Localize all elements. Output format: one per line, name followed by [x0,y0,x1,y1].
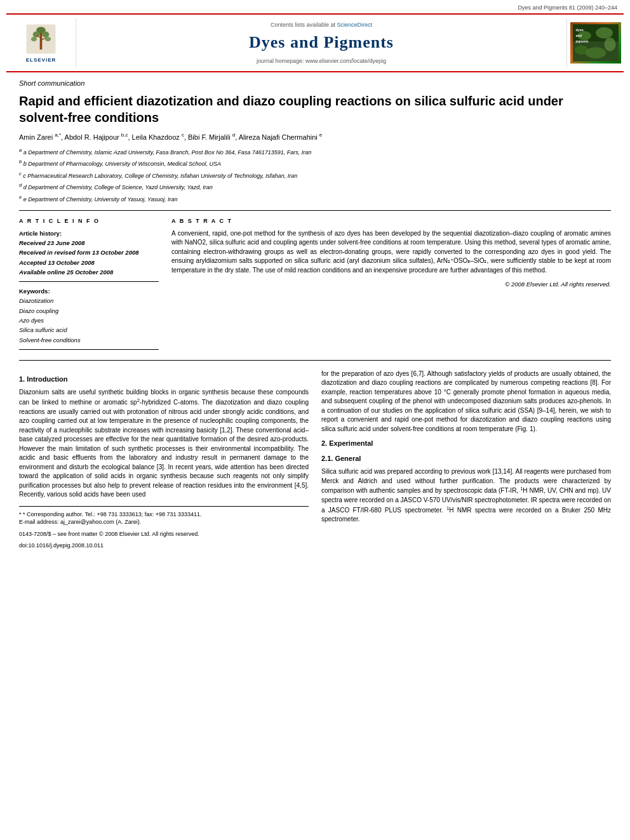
history-label: Article history: [19,229,159,237]
svg-point-13 [604,37,615,51]
intro-col: 1. Introduction Diazonium salts are usef… [19,370,309,550]
journal-homepage: journal homepage: www.elsevier.com/locat… [257,57,386,65]
affiliations: a a Department of Chemistry, Islamic Aza… [19,147,611,204]
received-date: Received 23 June 2008 [19,239,159,247]
article-info-col: A R T I C L E I N F O Article history: R… [19,217,159,355]
intro-heading: 1. Introduction [19,375,309,384]
abstract-heading: A B S T R A C T [171,217,611,225]
article-type: Short communication [19,79,611,88]
authors-line: Amin Zarei a,*, Abdol R. Hajipour b,c, L… [19,132,611,143]
svg-point-3 [42,32,49,37]
abstract-col: A B S T R A C T A convenient, rapid, one… [171,217,611,355]
dyes-pigments-logo: dyes and pigments [570,22,621,63]
page: Dyes and Pigments 81 (2009) 240–244 [0,0,630,840]
keywords-section: Keywords: Diazotization Diazo coupling A… [19,287,159,344]
svg-rect-6 [40,34,43,50]
svg-point-15 [585,47,605,58]
svg-point-12 [596,27,613,39]
affiliation-d: d d Department of Chemistry, College of … [19,182,611,192]
main-divider [19,360,611,361]
journal-center: Contents lists available at ScienceDirec… [76,18,566,68]
authors-text: Amin Zarei a,*, Abdol R. Hajipour b,c, L… [19,133,322,141]
copyright-footer: 0143-7208/$ – see front matter © 2008 El… [19,530,309,538]
divider-bottom-left [19,349,159,350]
divider-keywords [19,281,159,282]
experimental-heading: 2. Experimental [321,439,611,448]
affiliation-e: e e Department of Chemistry, University … [19,194,611,204]
doi-footer: doi:10.1016/j.dyepig.2008.10.011 [19,542,309,550]
article-info-heading: A R T I C L E I N F O [19,217,159,225]
abstract-text: A convenient, rapid, one-pot method for … [171,229,611,276]
accepted-date: Accepted 13 October 2008 [19,258,159,267]
affiliation-c: c c Pharmaceutical Research Laboratory, … [19,170,611,181]
abstract-copyright: © 2008 Elsevier Ltd. All rights reserved… [171,280,611,288]
sciencedirect-link[interactable]: ScienceDirect [337,22,373,28]
footnote-corresponding: * * Corresponding author. Tel.: +98 731 … [19,510,309,519]
affiliation-b: b b Department of Pharmacology, Universi… [19,158,611,169]
journal-ref: Dyes and Pigments 81 (2009) 240–244 [518,4,617,12]
keywords-label: Keywords: [19,287,159,295]
svg-text:pigments: pigments [575,40,588,43]
footnote-email: E-mail address: aj_zarei@yahoo.com (A. Z… [19,518,309,526]
intro-continuation: for the preparation of azo dyes [6,7]. A… [321,370,611,434]
article-history: Article history: Received 23 June 2008 R… [19,229,159,276]
elsevier-logo-container: ELSEVIER [6,18,76,68]
svg-text:dyes: dyes [575,28,583,32]
svg-point-4 [31,37,37,41]
elsevier-logo: ELSEVIER [23,22,58,63]
keyword-4: Silica sulfuric acid [19,326,159,334]
svg-text:and: and [575,34,582,37]
keyword-3: Azo dyes [19,316,159,324]
divider-1 [19,210,611,211]
general-text: Silica sulfuric acid was prepared accord… [321,467,611,524]
journal-ref-line: Dyes and Pigments 81 (2009) 240–244 [0,0,630,13]
available-date: Available online 25 October 2008 [19,268,159,276]
keyword-5: Solvent-free conditions [19,336,159,344]
general-heading: 2.1. General [321,454,611,463]
experimental-col: for the preparation of azo dyes [6,7]. A… [321,370,611,550]
journal-title: Dyes and Pigments [249,31,394,54]
journal-header: ELSEVIER Contents lists available at Sci… [6,13,624,73]
article-info-abstract: A R T I C L E I N F O Article history: R… [19,217,611,355]
intro-paragraph: Diazonium salts are useful synthetic bui… [19,388,309,499]
elsevier-tree-icon [23,22,58,57]
article-body: Short communication Rapid and efficient … [0,72,630,556]
elsevier-text: ELSEVIER [26,57,57,63]
main-content: 1. Introduction Diazonium salts are usef… [19,370,611,550]
keyword-1: Diazotization [19,297,159,305]
article-title: Rapid and efficient diazotization and di… [19,93,611,126]
svg-point-5 [45,37,51,41]
dyes-pigments-logo-container: dyes and pigments [566,18,624,68]
affiliation-a: a a Department of Chemistry, Islamic Aza… [19,147,611,157]
received-revised: Received in revised form 13 October 2008 [19,248,159,257]
keyword-2: Diazo coupling [19,307,159,315]
sciencedirect-line: Contents lists available at ScienceDirec… [271,21,372,29]
sciencedirect-prefix: Contents lists available at [271,22,335,28]
footnote-section: * * Corresponding author. Tel.: +98 731 … [19,506,309,550]
